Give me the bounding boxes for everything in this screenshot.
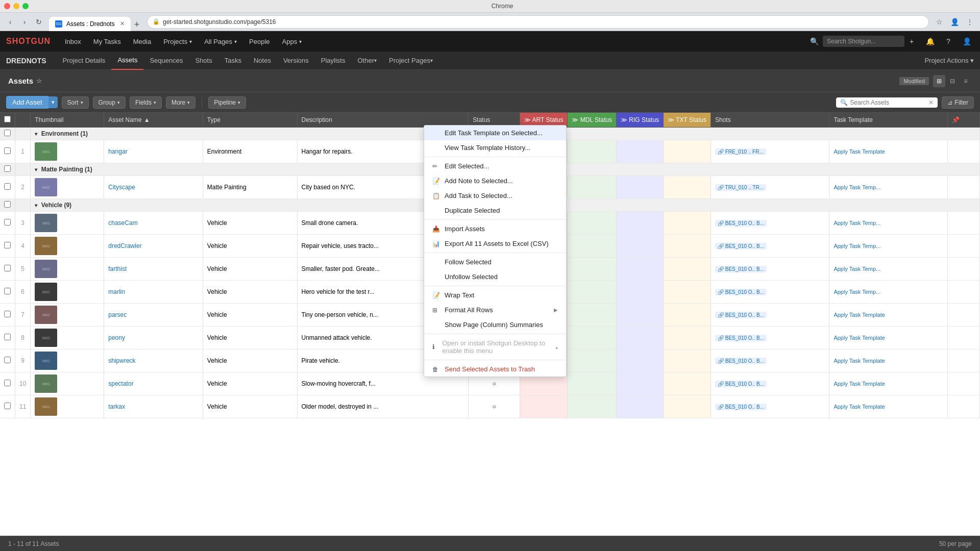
row-select-checkbox[interactable] (4, 288, 11, 294)
asset-name-link[interactable]: peony (108, 334, 125, 341)
project-actions-button[interactable]: Project Actions ▾ (924, 57, 974, 64)
row-shots-cell[interactable]: 🔗 BES_010 O.. B... (710, 395, 829, 418)
row-checkbox-cell[interactable] (0, 140, 15, 163)
shots-badge[interactable]: 🔗 BES_010 O.. B... (715, 404, 767, 410)
browser-tab[interactable]: SG Assets : Drednots ✕ (49, 17, 131, 31)
mac-close-btn[interactable] (4, 3, 10, 9)
row-shots-cell[interactable]: 🔗 BES_010 O.. B... (710, 281, 829, 304)
apply-task-template-link[interactable]: Apply Task Template (834, 358, 885, 364)
context-menu-item-show-summaries[interactable]: Show Page (Column) Summaries (424, 317, 566, 332)
apply-task-template-link[interactable]: Apply Task Temp... (834, 289, 880, 295)
context-menu-item-view-task-template-history[interactable]: View Task Template History... (424, 140, 566, 155)
project-name[interactable]: DREDNOTS (6, 57, 46, 65)
row-shots-cell[interactable]: 🔗 BES_010 O.. B... (710, 212, 829, 235)
row-task-template-cell[interactable]: Apply Task Template (829, 372, 948, 395)
apply-task-template-link[interactable]: Apply Task Template (834, 381, 885, 387)
notifications-button[interactable]: 🔔 (923, 34, 937, 48)
shots-badge[interactable]: 🔗 BES_010 O.. B... (715, 266, 767, 272)
row-shots-cell[interactable]: 🔗 TRU_010 .. TR... (710, 176, 829, 199)
shots-badge[interactable]: 🔗 BES_010 O.. B... (715, 358, 767, 364)
thumbnail-view-button[interactable]: ⊟ (946, 75, 959, 87)
row-name-cell[interactable]: parsec (104, 304, 203, 327)
nav-inbox[interactable]: Inbox (59, 31, 87, 52)
group-checkbox-cell[interactable] (0, 163, 15, 176)
apply-task-template-link[interactable]: Apply Task Template (834, 148, 885, 155)
search-assets-input[interactable] (850, 99, 926, 106)
address-bar[interactable]: 🔒 get-started.shotgunstudio.com/page/531… (147, 15, 929, 29)
row-checkbox-cell[interactable] (0, 395, 15, 418)
apply-task-template-link[interactable]: Apply Task Temp... (834, 220, 880, 226)
mac-window-controls[interactable] (4, 3, 29, 9)
address-text[interactable]: get-started.shotgunstudio.com/page/5316 (163, 18, 276, 26)
new-tab-button[interactable]: + (131, 19, 143, 31)
list-view-button[interactable]: ≡ (960, 75, 972, 87)
group-button[interactable]: Group ▾ (93, 96, 126, 109)
row-task-template-cell[interactable]: Apply Task Template (829, 140, 948, 163)
help-button[interactable]: ? (941, 34, 955, 48)
row-shots-cell[interactable]: 🔗 FRE_010 .. FR... (710, 140, 829, 163)
context-menu-item-wrap-text[interactable]: 📝 Wrap Text (424, 288, 566, 303)
apply-task-template-link[interactable]: Apply Task Temp... (834, 184, 880, 190)
asset-name-link[interactable]: hangar (108, 148, 127, 155)
group-select-checkbox[interactable] (4, 201, 11, 208)
group-checkbox-cell[interactable] (0, 199, 15, 212)
shots-badge[interactable]: 🔗 FRE_010 .. FR... (715, 148, 766, 155)
context-menu-item-format-rows[interactable]: ⊞ Format All Rows ▶ (424, 303, 566, 317)
row-checkbox-cell[interactable] (0, 304, 15, 327)
chrome-nav[interactable]: ‹ › ↻ (4, 16, 45, 28)
row-select-checkbox[interactable] (4, 311, 11, 317)
row-checkbox-cell[interactable] (0, 212, 15, 235)
nav-other[interactable]: Other ▾ (351, 52, 383, 70)
shots-badge[interactable]: 🔗 BES_010 O.. B... (715, 381, 767, 387)
group-select-checkbox[interactable] (4, 165, 11, 172)
row-task-template-cell[interactable]: Apply Task Temp... (829, 176, 948, 199)
asset-name-link[interactable]: shipwreck (108, 357, 135, 364)
sort-button[interactable]: Sort ▾ (62, 96, 89, 109)
pipeline-button[interactable]: Pipeline ▾ (208, 96, 246, 109)
nav-apps[interactable]: Apps ▾ (276, 31, 308, 52)
shots-badge[interactable]: 🔗 BES_010 O.. B... (715, 312, 767, 318)
bookmarks-button[interactable]: ☆ (933, 16, 945, 28)
col-header-asset-name[interactable]: Asset Name ▲ (104, 113, 203, 128)
back-button[interactable]: ‹ (4, 16, 16, 28)
context-menu-item-edit-task-template[interactable]: Edit Task Template on Selected... (424, 126, 566, 140)
table-row[interactable]: 11 IMG tarkax Vehicle Older model, destr… (0, 395, 980, 418)
context-menu-item-add-note[interactable]: 📝 Add Note to Selected... (424, 173, 566, 188)
user-profile-button[interactable]: 👤 (960, 34, 974, 48)
asset-name-link[interactable]: parsec (108, 311, 127, 318)
row-shots-cell[interactable]: 🔗 BES_010 O.. B... (710, 235, 829, 258)
mac-minimize-btn[interactable] (13, 3, 19, 9)
shots-badge[interactable]: 🔗 BES_010 O.. B... (715, 289, 767, 295)
row-name-cell[interactable]: peony (104, 327, 203, 349)
row-task-template-cell[interactable]: Apply Task Template (829, 327, 948, 349)
row-checkbox-cell[interactable] (0, 349, 15, 372)
row-task-template-cell[interactable]: Apply Task Temp... (829, 235, 948, 258)
nav-tasks[interactable]: Tasks (218, 52, 248, 70)
apply-task-template-link[interactable]: Apply Task Template (834, 404, 885, 410)
profile-button[interactable]: 👤 (948, 16, 961, 28)
add-button[interactable]: + (904, 34, 919, 48)
row-checkbox-cell[interactable] (0, 327, 15, 349)
row-checkbox-cell[interactable] (0, 281, 15, 304)
nav-assets[interactable]: Assets (111, 52, 143, 70)
tab-close-button[interactable]: ✕ (120, 20, 125, 27)
asset-name-link[interactable]: farthist (108, 265, 127, 272)
context-menu-item-export-excel[interactable]: 📊 Export All 11 Assets to Excel (CSV) (424, 236, 566, 251)
apply-task-template-link[interactable]: Apply Task Template (834, 312, 885, 318)
add-asset-button[interactable]: Add Asset (6, 96, 48, 109)
row-name-cell[interactable]: Cityscape (104, 176, 203, 199)
filter-button[interactable]: ⊿ Filter (942, 96, 974, 109)
asset-name-link[interactable]: Cityscape (108, 184, 135, 191)
row-task-template-cell[interactable]: Apply Task Template (829, 349, 948, 372)
row-select-checkbox[interactable] (4, 357, 11, 363)
row-shots-cell[interactable]: 🔗 BES_010 O.. B... (710, 327, 829, 349)
row-task-template-cell[interactable]: Apply Task Template (829, 395, 948, 418)
grid-view-button[interactable]: ⊞ (933, 75, 945, 87)
row-task-template-cell[interactable]: Apply Task Temp... (829, 258, 948, 281)
shots-badge[interactable]: 🔗 BES_010 O.. B... (715, 220, 767, 227)
more-button[interactable]: More ▾ (166, 96, 195, 109)
nav-my-tasks[interactable]: My Tasks (87, 31, 127, 52)
row-select-checkbox[interactable] (4, 265, 11, 271)
forward-button[interactable]: › (18, 16, 31, 28)
row-task-template-cell[interactable]: Apply Task Template (829, 304, 948, 327)
